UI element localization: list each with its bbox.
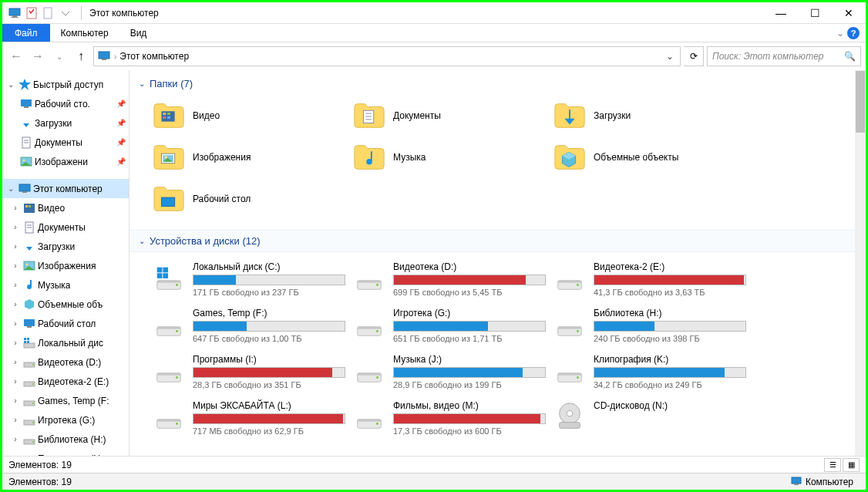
tree-this-pc[interactable]: ⌄Этот компьютер [2, 179, 129, 198]
tree-quick-access[interactable]: ⌄Быстрый доступ [2, 75, 129, 94]
drive-icon [353, 308, 385, 340]
svg-rect-8 [24, 106, 29, 108]
pc-icon [18, 182, 32, 196]
drive-label: Клипография (K:) [594, 354, 746, 365]
tree-label: Рабочий стол [38, 318, 96, 329]
drive-item[interactable]: Музыка (J:)28,9 ГБ свободно из 199 ГБ [353, 354, 546, 389]
drive-label: Миры ЭКСАБАЙТА (L:) [193, 400, 345, 411]
view-details-button[interactable]: ☰ [824, 458, 841, 472]
tree-quick-item[interactable]: Документы📌 [2, 133, 129, 152]
folder-item[interactable]: Изображения [153, 139, 345, 176]
ribbon-expand-icon[interactable]: ⌄ [836, 28, 844, 39]
nav-back-button[interactable]: ← [7, 47, 25, 66]
drive-usage-bar [393, 367, 546, 378]
chevron-right-icon: › [10, 396, 21, 405]
svg-point-63 [176, 284, 178, 286]
tree-quick-item[interactable]: Изображени📌 [2, 152, 129, 171]
drive-item[interactable]: Клипография (K:)34,2 ГБ свободно из 249 … [553, 354, 746, 389]
nav-up-button[interactable]: ↑ [72, 47, 90, 66]
drive-item[interactable]: Локальный диск (C:)171 ГБ свободно из 23… [153, 261, 345, 297]
maximize-button[interactable]: ☐ [798, 2, 832, 24]
tree-pc-item[interactable]: ›Локальный дис [2, 333, 129, 352]
drive-item[interactable]: Games, Temp (F:)647 ГБ свободно из 1,00 … [153, 308, 345, 343]
drive-item[interactable]: Игротека (G:)651 ГБ свободно из 1,71 ТБ [353, 308, 546, 343]
drive-item[interactable]: Видеотека-2 (E:)41,3 ГБ свободно из 3,63… [553, 261, 746, 297]
documents-icon [19, 136, 33, 150]
drive-icon [353, 354, 385, 386]
tree-pc-item[interactable]: ›Изображения [2, 256, 129, 275]
drive-item[interactable]: Миры ЭКСАБАЙТА (L:)717 МБ свободно из 62… [153, 400, 345, 436]
folder-item[interactable]: Объемные объекты [553, 139, 746, 176]
nav-recent-button[interactable]: ⌄ [50, 47, 69, 66]
svg-rect-17 [25, 205, 28, 207]
tree-pc-item[interactable]: ›Games, Temp (F: [2, 391, 129, 410]
group-header-drives[interactable]: ⌄ Устройства и диски (12) [130, 230, 866, 252]
drive-item[interactable]: CD-дисковод (N:) [553, 400, 746, 436]
group-header-drives-label: Устройства и диски (12) [150, 235, 261, 247]
drive-item[interactable]: Программы (I:)28,3 ГБ свободно из 351 ГБ [153, 354, 345, 389]
qat-new-icon[interactable] [41, 5, 56, 21]
tree-pc-item[interactable]: ›Объемные объ [2, 295, 129, 314]
tree-quick-item[interactable]: Загрузки📌 [2, 113, 129, 133]
help-icon[interactable]: ? [847, 27, 860, 39]
folder-item[interactable]: Загрузки [553, 97, 746, 134]
statusbar: Элементов: 19 ☰ ▦ [2, 456, 866, 473]
drive-usage-bar [393, 413, 546, 424]
folder-item[interactable]: Музыка [353, 139, 546, 176]
tree-pc-item[interactable]: ›Рабочий стол [2, 314, 129, 333]
svg-rect-2 [11, 17, 19, 18]
tree-pc-item[interactable]: ›Музыка [2, 275, 129, 295]
close-button[interactable]: ✕ [832, 2, 866, 24]
folder-item[interactable]: Документы [353, 97, 546, 134]
ribbon-view-tab[interactable]: Вид [119, 24, 158, 42]
qat-dropdown-icon[interactable] [58, 5, 73, 21]
minimize-button[interactable]: — [764, 2, 798, 24]
search-icon: 🔍 [844, 51, 856, 62]
tree-pc-item[interactable]: ›Загрузки [2, 237, 129, 256]
tree-pc-item[interactable]: ›Видео [2, 198, 129, 217]
group-header-folders[interactable]: ⌄ Папки (7) [139, 73, 856, 94]
svg-point-84 [376, 376, 378, 379]
svg-rect-80 [157, 373, 181, 376]
folder-item[interactable]: Рабочий стол [153, 180, 345, 217]
drive-item[interactable]: Фильмы, видео (M:)17,3 ГБ свободно из 60… [353, 400, 546, 436]
tree-quick-item[interactable]: Рабочий сто.📌 [2, 94, 129, 113]
bottom-computer-button[interactable]: Компьютер [784, 476, 860, 488]
svg-rect-68 [558, 281, 582, 283]
content-scrollbar[interactable] [855, 70, 866, 456]
tree-pc-item[interactable]: ›Игротека (G:) [2, 410, 129, 430]
search-input[interactable]: Поиск: Этот компьютер 🔍 [707, 46, 861, 66]
drive-icon [553, 354, 586, 386]
qat-properties-icon[interactable] [24, 5, 39, 21]
svg-rect-15 [22, 191, 27, 193]
tree-label: Документы [35, 137, 82, 148]
refresh-button[interactable]: ⟳ [684, 46, 704, 66]
desktop-icon [22, 317, 36, 331]
drive-label: Музыка (J:) [393, 354, 546, 365]
ribbon-file-tab[interactable]: Файл [2, 24, 50, 42]
nav-forward-button[interactable]: → [29, 47, 47, 66]
view-tiles-button[interactable]: ▦ [843, 458, 860, 472]
bottom-strip: Элементов: 19 Компьютер [2, 473, 866, 490]
folder-icon [553, 99, 586, 132]
tree-pc-item[interactable]: ›Библиотека (H:) [2, 430, 129, 449]
address-location: Этот компьютер [119, 51, 660, 62]
drive-item[interactable]: Библиотека (H:)240 ГБ свободно из 398 ГБ [553, 308, 746, 343]
address-dropdown-icon[interactable]: ⌄ [663, 51, 677, 62]
drive-item[interactable]: Видеотека (D:)699 ГБ свободно из 5,45 ТБ [353, 261, 546, 297]
folder-item[interactable]: Видео [153, 97, 345, 134]
svg-rect-86 [558, 373, 582, 376]
tree-pc-item[interactable]: ›Программы (I:) [2, 449, 129, 456]
svg-rect-77 [558, 327, 582, 329]
drive-icon [153, 400, 185, 433]
address-field[interactable]: › Этот компьютер ⌄ [93, 46, 681, 66]
ribbon-computer-tab[interactable]: Компьютер [50, 24, 119, 42]
tree-pc-item[interactable]: ›Документы [2, 217, 129, 237]
tree-pc-item[interactable]: ›Видеотека (D:) [2, 352, 129, 372]
folder-label: Загрузки [594, 110, 631, 121]
svg-rect-44 [163, 113, 166, 115]
chevron-right-icon: › [10, 435, 21, 443]
scroll-thumb[interactable] [856, 71, 865, 133]
drive-icon [153, 308, 185, 340]
tree-pc-item[interactable]: ›Видеотека-2 (E:) [2, 372, 129, 391]
